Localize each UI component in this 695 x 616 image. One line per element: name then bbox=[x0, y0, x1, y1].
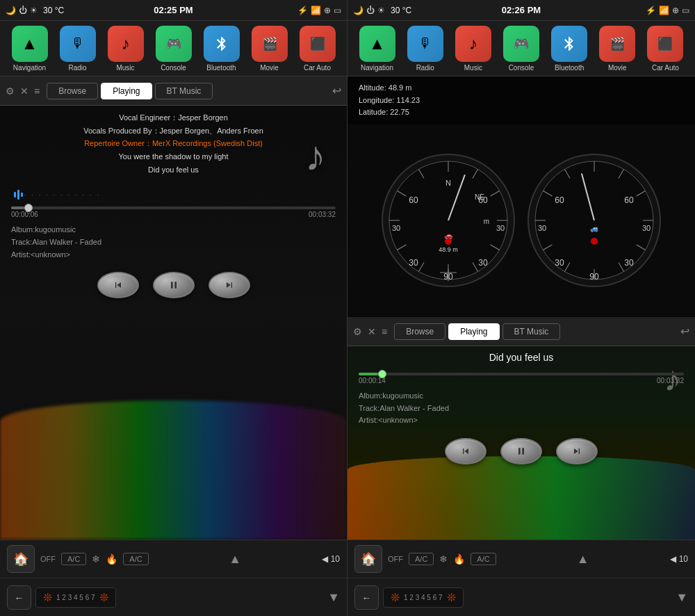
mini-artist-info: Artist:<unknown> bbox=[359, 414, 684, 427]
movie-icon-btn-r[interactable]: 🎬 bbox=[599, 26, 635, 62]
tab-bt-music[interactable]: BT Music bbox=[155, 83, 213, 99]
ac2-label[interactable]: A/C bbox=[123, 553, 148, 565]
music-label: Music bbox=[116, 64, 134, 72]
altitude-display: Altitude: 48.9 m bbox=[359, 82, 684, 95]
next-button[interactable] bbox=[208, 272, 250, 298]
bt-app-r[interactable]: Bluetooth bbox=[551, 26, 587, 72]
radio-icon-btn-r[interactable]: 🎙 bbox=[407, 26, 443, 62]
temp-numbers-r: 1 2 3 4 5 6 7 bbox=[404, 594, 443, 601]
svg-text:30: 30 bbox=[538, 224, 546, 232]
moon-icon-r: 🌙 bbox=[353, 6, 363, 15]
mini-next-button[interactable] bbox=[556, 438, 598, 464]
volume-control-r[interactable]: ◀ 10 bbox=[670, 554, 688, 564]
fan-left-icon-r: ❊ bbox=[391, 591, 400, 604]
battery-icon: ▭ bbox=[334, 6, 341, 15]
wifi-icon: 📶 bbox=[311, 6, 321, 15]
mini-progress-thumb[interactable] bbox=[378, 370, 386, 378]
tab-playing-r[interactable]: Playing bbox=[448, 323, 499, 340]
carauto-app-r[interactable]: ⬛ Car Auto bbox=[647, 26, 683, 72]
album-info: Album:kugoumusic bbox=[11, 224, 336, 236]
shuffle-icon[interactable]: ✕ bbox=[20, 86, 28, 97]
equalizer-icon-r[interactable]: ⚙ bbox=[353, 326, 362, 337]
home-button-r[interactable]: 🏠 bbox=[354, 545, 382, 573]
shuffle-icon-r[interactable]: ✕ bbox=[368, 326, 376, 337]
pause-button[interactable] bbox=[153, 272, 195, 298]
svg-text:60: 60 bbox=[409, 195, 418, 205]
ac1-label[interactable]: A/C bbox=[61, 553, 86, 565]
home-button[interactable]: 🏠 bbox=[7, 545, 35, 573]
tab-browse[interactable]: Browse bbox=[47, 83, 98, 99]
chevron-down-icon[interactable]: ▼ bbox=[327, 590, 340, 605]
carauto-icon-btn-r[interactable]: ⬛ bbox=[647, 26, 683, 62]
console-app[interactable]: 🎮 Console bbox=[156, 26, 192, 72]
power-icon-r: ⏻ bbox=[366, 6, 375, 15]
progress-area[interactable]: · · · · · · · · · · · 00:00:06 00:03:32 bbox=[0, 181, 347, 221]
svg-text:🚗: 🚗 bbox=[444, 231, 453, 240]
svg-text:NE: NE bbox=[475, 193, 484, 201]
nav-icon-btn[interactable]: ▲ bbox=[12, 26, 48, 62]
track-info: Track:Alan Walker - Faded bbox=[11, 236, 336, 249]
carauto-label: Car Auto bbox=[304, 64, 331, 72]
list-icon[interactable]: ≡ bbox=[34, 86, 40, 97]
mini-music-player: ⚙ ✕ ≡ Browse Playing BT Music ↩ Did you … bbox=[348, 317, 695, 540]
nav-app-r[interactable]: ▲ Navigation bbox=[359, 26, 395, 72]
ac1-label-r[interactable]: A/C bbox=[409, 553, 434, 565]
back-button[interactable]: ← bbox=[7, 585, 31, 610]
heat-icon-r: 🔥 bbox=[453, 553, 465, 565]
bt-icon-btn-r[interactable] bbox=[551, 26, 587, 62]
front-speedometer: 60 60 30 30 30 30 90 🚗 N NE m bbox=[379, 151, 518, 290]
mini-total-time: 00:03:32 bbox=[657, 377, 684, 384]
back-icon-r[interactable]: ↩ bbox=[680, 325, 689, 338]
console-icon-btn-r[interactable]: 🎮 bbox=[503, 26, 539, 62]
movie-app[interactable]: 🎬 Movie bbox=[252, 26, 288, 72]
mini-prev-button[interactable] bbox=[445, 438, 486, 464]
chevron-up-icon[interactable]: ▲ bbox=[229, 552, 241, 567]
svg-text:48.9 m: 48.9 m bbox=[439, 246, 458, 253]
ac2-label-r[interactable]: A/C bbox=[471, 553, 496, 565]
bt-app[interactable]: Bluetooth bbox=[204, 26, 240, 72]
tab-browse-r[interactable]: Browse bbox=[394, 323, 445, 340]
movie-icon-btn[interactable]: 🎬 bbox=[252, 26, 288, 62]
chevron-up-icon-r[interactable]: ▲ bbox=[577, 552, 589, 567]
console-app-r[interactable]: 🎮 Console bbox=[503, 26, 539, 72]
carauto-icon-btn[interactable]: ⬛ bbox=[300, 26, 336, 62]
vocal-engineer-line: Vocal Engineer：Jesper Borgen bbox=[11, 111, 336, 124]
volume-control[interactable]: ◀ 10 bbox=[322, 554, 340, 564]
back-button-r[interactable]: ← bbox=[354, 585, 379, 610]
svg-point-52 bbox=[591, 238, 598, 245]
movie-label-r: Movie bbox=[608, 64, 627, 72]
radio-icon-btn[interactable]: 🎙 bbox=[60, 26, 96, 62]
mini-album-info: Album:kugoumusic bbox=[359, 390, 684, 403]
music-app[interactable]: ♪ Music bbox=[108, 26, 144, 72]
mini-progress-area[interactable]: 00:00:14 00:03:32 bbox=[348, 368, 695, 387]
svg-text:60: 60 bbox=[624, 195, 634, 205]
radio-app[interactable]: 🎙 Radio bbox=[60, 26, 96, 72]
console-icon-btn[interactable]: 🎮 bbox=[156, 26, 192, 62]
music-icon-btn-r[interactable]: ♪ bbox=[455, 26, 491, 62]
chevron-down-icon-r[interactable]: ▼ bbox=[676, 590, 688, 605]
mini-song-title: Did you feel us bbox=[348, 346, 695, 368]
music-tabs-bar: ⚙ ✕ ≡ Browse Playing BT Music ↩ bbox=[0, 76, 347, 106]
mini-pause-button[interactable] bbox=[500, 438, 542, 464]
tab-playing[interactable]: Playing bbox=[101, 83, 152, 99]
bt-label: Bluetooth bbox=[206, 64, 236, 72]
equalizer-icon[interactable]: ⚙ bbox=[6, 86, 15, 97]
nav-app[interactable]: ▲ Navigation bbox=[12, 26, 48, 72]
back-icon[interactable]: ↩ bbox=[332, 84, 341, 97]
movie-app-r[interactable]: 🎬 Movie bbox=[599, 26, 635, 72]
mini-track-info: Track:Alan Walker - Faded bbox=[359, 403, 684, 415]
prev-button[interactable] bbox=[97, 272, 139, 298]
progress-track[interactable] bbox=[11, 206, 336, 209]
tab-bt-music-r[interactable]: BT Music bbox=[502, 323, 561, 340]
bt-icon-btn[interactable] bbox=[204, 26, 240, 62]
nav-icon-btn-r[interactable]: ▲ bbox=[359, 26, 395, 62]
music-icon-btn[interactable]: ♪ bbox=[108, 26, 144, 62]
radio-app-r[interactable]: 🎙 Radio bbox=[407, 26, 443, 72]
status-bar-left: 🌙 ⏻ ☀ 30 °C 02:25 PM ⚡ 📶 ⊕ ▭ bbox=[0, 0, 347, 21]
music-app-r[interactable]: ♪ Music bbox=[455, 26, 491, 72]
wave-bar bbox=[21, 193, 23, 197]
mini-progress-track[interactable] bbox=[359, 373, 684, 375]
list-icon-r[interactable]: ≡ bbox=[382, 326, 387, 337]
carauto-app[interactable]: ⬛ Car Auto bbox=[300, 26, 336, 72]
fan-icon: ❄ bbox=[92, 553, 100, 565]
